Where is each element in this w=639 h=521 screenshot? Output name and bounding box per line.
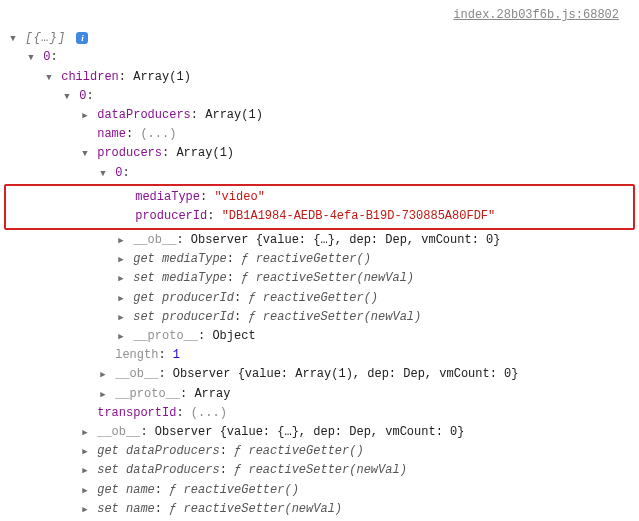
proto-property[interactable]: __proto__: Object (4, 327, 635, 346)
obj-key: get name (97, 483, 155, 497)
chevron-down-icon[interactable] (62, 90, 72, 104)
chevron-right-icon[interactable] (80, 426, 90, 440)
producers-index-0[interactable]: 0: (4, 164, 635, 183)
obj-key: name (97, 127, 126, 141)
chevron-right-icon[interactable] (116, 253, 126, 267)
chevron-right-icon[interactable] (116, 292, 126, 306)
obj-key: __proto__ (133, 329, 198, 343)
get-mediatype[interactable]: get mediaType: ƒ reactiveGetter() (4, 250, 635, 269)
obj-value: Object (212, 329, 255, 343)
get-dataproducers[interactable]: get dataProducers: ƒ reactiveGetter() (4, 442, 635, 461)
obj-value: ƒ reactiveGetter() (169, 483, 299, 497)
obj-key: __proto__ (115, 387, 180, 401)
source-link[interactable]: index.28b03f6b.js:68802 (4, 6, 635, 25)
obj-value: ƒ reactiveSetter(newVal) (248, 310, 421, 324)
chevron-right-icon[interactable] (116, 311, 126, 325)
children-index-0[interactable]: 0: (4, 87, 635, 106)
obj-key: set dataProducers (97, 463, 219, 477)
highlighted-properties: mediaType: "video" producerId: "DB1A1984… (4, 184, 635, 230)
source-line: 68802 (583, 8, 619, 22)
children-array[interactable]: children: Array(1) (4, 68, 635, 87)
obj-value: ƒ reactiveGetter() (248, 291, 378, 305)
chevron-down-icon[interactable] (26, 51, 36, 65)
obj-value: 1 (173, 348, 180, 362)
chevron-down-icon[interactable] (80, 147, 90, 161)
proto-property[interactable]: __proto__: Array (4, 385, 635, 404)
chevron-down-icon[interactable] (8, 32, 18, 46)
invoke-getter[interactable]: (...) (140, 127, 176, 141)
set-producerid[interactable]: set producerId: ƒ reactiveSetter(newVal) (4, 308, 635, 327)
obj-value: Array (194, 387, 230, 401)
chevron-right-icon[interactable] (80, 445, 90, 459)
obj-value: Array(1) (205, 108, 263, 122)
obj-key: set producerId (133, 310, 234, 324)
obj-key: get mediaType (133, 252, 227, 266)
obj-value: Array(1) (133, 70, 191, 84)
obj-value: ƒ reactiveSetter(newVal) (169, 502, 342, 516)
name-property[interactable]: name: (...) (4, 125, 635, 144)
length-property[interactable]: length: 1 (4, 346, 635, 365)
obj-value: Array(1) (176, 146, 234, 160)
root-label: [{…}] (25, 31, 66, 45)
obj-key: producerId (135, 209, 207, 223)
obj-key: __ob__ (133, 233, 176, 247)
obj-key: producers (97, 146, 162, 160)
chevron-right-icon[interactable] (116, 272, 126, 286)
root-index-0[interactable]: 0: (4, 48, 635, 67)
info-icon[interactable]: i (76, 32, 88, 44)
producerid-property[interactable]: producerId: "DB1A1984-AEDB-4efa-B19D-730… (6, 207, 633, 226)
chevron-right-icon[interactable] (80, 464, 90, 478)
obj-value: ƒ reactiveGetter() (234, 444, 364, 458)
chevron-right-icon[interactable] (116, 234, 126, 248)
obj-key: set mediaType (133, 271, 227, 285)
mediatype-property[interactable]: mediaType: "video" (6, 188, 633, 207)
obj-key: length (115, 348, 158, 362)
set-dataproducers[interactable]: set dataProducers: ƒ reactiveSetter(newV… (4, 461, 635, 480)
obj-value: ƒ reactiveSetter(newVal) (234, 463, 407, 477)
chevron-down-icon[interactable] (98, 167, 108, 181)
transportid-property[interactable]: transportId: (...) (4, 404, 635, 423)
obj-key: mediaType (135, 190, 200, 204)
set-name[interactable]: set name: ƒ reactiveSetter(newVal) (4, 500, 635, 519)
chevron-right-icon[interactable] (80, 484, 90, 498)
obj-value: "video" (214, 190, 264, 204)
obj-value: ƒ reactiveGetter() (241, 252, 371, 266)
producers-array[interactable]: producers: Array(1) (4, 144, 635, 163)
dataproducers-array[interactable]: dataProducers: Array(1) (4, 106, 635, 125)
obj-key: set name (97, 502, 155, 516)
obj-value: ƒ reactiveSetter(newVal) (241, 271, 414, 285)
root-array[interactable]: [{…}] i (4, 29, 635, 48)
chevron-right-icon[interactable] (98, 368, 108, 382)
ob-property[interactable]: __ob__: Observer {value: Array(1), dep: … (4, 365, 635, 384)
chevron-right-icon[interactable] (116, 330, 126, 344)
ob-property[interactable]: __ob__: Observer {value: {…}, dep: Dep, … (4, 231, 635, 250)
chevron-right-icon[interactable] (80, 503, 90, 517)
get-name[interactable]: get name: ƒ reactiveGetter() (4, 481, 635, 500)
set-mediatype[interactable]: set mediaType: ƒ reactiveSetter(newVal) (4, 269, 635, 288)
obj-key: __ob__ (115, 367, 158, 381)
invoke-getter[interactable]: (...) (191, 406, 227, 420)
obj-value: Observer {value: {…}, dep: Dep, vmCount:… (155, 425, 465, 439)
get-producerid[interactable]: get producerId: ƒ reactiveGetter() (4, 289, 635, 308)
obj-key: __ob__ (97, 425, 140, 439)
obj-key: get producerId (133, 291, 234, 305)
obj-value: "DB1A1984-AEDB-4efa-B19D-730885A80FDF" (222, 209, 496, 223)
chevron-right-icon[interactable] (80, 109, 90, 123)
obj-key: children (61, 70, 119, 84)
ob-property[interactable]: __ob__: Observer {value: {…}, dep: Dep, … (4, 423, 635, 442)
obj-value: Observer {value: Array(1), dep: Dep, vmC… (173, 367, 519, 381)
obj-key: get dataProducers (97, 444, 219, 458)
source-file: index.28b03f6b.js (453, 8, 575, 22)
chevron-right-icon[interactable] (98, 388, 108, 402)
obj-value: Observer {value: {…}, dep: Dep, vmCount:… (191, 233, 501, 247)
obj-key: dataProducers (97, 108, 191, 122)
obj-key: transportId (97, 406, 176, 420)
chevron-down-icon[interactable] (44, 71, 54, 85)
